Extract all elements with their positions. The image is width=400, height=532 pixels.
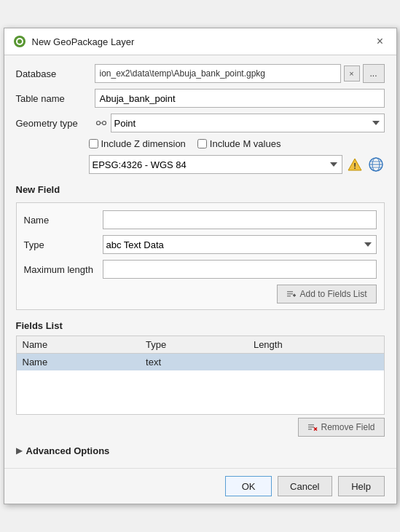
- database-input[interactable]: [95, 64, 341, 83]
- col-name-header: Name: [17, 336, 141, 354]
- dialog-title: New GeoPackage Layer: [32, 36, 135, 47]
- fields-list-section: Fields List Name Type Length Nametext: [16, 316, 385, 437]
- include-m-checkbox[interactable]: [197, 139, 207, 148]
- svg-rect-13: [287, 291, 293, 293]
- crs-globe-button[interactable]: [367, 156, 385, 173]
- database-row: Database × ...: [16, 64, 385, 83]
- warning-triangle-icon: !: [348, 157, 362, 172]
- svg-text:!: !: [353, 162, 356, 170]
- advanced-arrow-icon: ▶: [16, 446, 22, 456]
- advanced-options-row[interactable]: ▶ Advanced Options: [16, 442, 385, 459]
- cell-name: Name: [17, 354, 141, 371]
- title-bar-left: New GeoPackage Layer: [13, 35, 135, 48]
- close-button[interactable]: ×: [373, 34, 388, 49]
- cell-type: text: [140, 354, 248, 371]
- include-z-label: Include Z dimension: [101, 138, 186, 149]
- geometry-type-select-group: Point Multipoint Line Polygon No geometr…: [95, 114, 385, 132]
- app-icon: [13, 35, 26, 48]
- fields-table: Name Type Length Nametext: [17, 336, 384, 370]
- svg-rect-15: [287, 295, 291, 297]
- svg-rect-14: [287, 293, 293, 295]
- remove-field-button[interactable]: Remove Field: [298, 418, 384, 437]
- help-button[interactable]: Help: [338, 476, 385, 496]
- geometry-type-label: Geometry type: [16, 118, 89, 129]
- col-type-header: Type: [140, 336, 248, 354]
- col-length-header: Length: [248, 336, 384, 354]
- cancel-button[interactable]: Cancel: [278, 476, 332, 496]
- svg-point-4: [102, 122, 106, 125]
- database-browse-button[interactable]: ...: [363, 64, 385, 83]
- field-name-row: Name: [24, 210, 377, 229]
- include-m-label: Include M values: [210, 138, 281, 149]
- geometry-type-select[interactable]: Point Multipoint Line Polygon No geometr…: [111, 114, 385, 132]
- field-name-label: Name: [24, 215, 97, 226]
- include-z-checkbox[interactable]: [89, 139, 98, 148]
- database-clear-button[interactable]: ×: [344, 65, 360, 82]
- fields-list-section-header: Fields List: [16, 320, 385, 331]
- fields-table-header-row: Name Type Length: [17, 336, 384, 354]
- field-name-input[interactable]: [103, 210, 377, 229]
- geometry-point-icon: [95, 116, 108, 130]
- svg-point-3: [96, 122, 100, 125]
- new-field-section-header: New Field: [16, 184, 385, 195]
- database-field-group: × ...: [95, 64, 385, 83]
- fields-list-box: Name Type Length Nametext: [16, 336, 385, 415]
- field-type-select[interactable]: abc Text Data Integer Real Date DateTime…: [103, 235, 377, 254]
- field-type-label: Type: [24, 239, 97, 250]
- database-label: Database: [16, 68, 89, 79]
- add-to-fields-list-label: Add to Fields List: [299, 289, 366, 299]
- fields-empty-space: [17, 370, 384, 414]
- checkboxes-row: Include Z dimension Include M values: [16, 138, 385, 149]
- table-name-label: Table name: [16, 93, 89, 104]
- crs-warning-icon[interactable]: !: [347, 156, 363, 172]
- crs-row: EPSG:4326 - WGS 84 !: [16, 155, 385, 174]
- field-maxlength-label: Maximum length: [24, 264, 97, 275]
- field-type-row: Type abc Text Data Integer Real Date Dat…: [24, 235, 377, 254]
- remove-field-label: Remove Field: [321, 422, 374, 432]
- add-list-icon: [286, 289, 297, 299]
- dialog-body: Database × ... Table name Geometry type: [4, 55, 396, 468]
- globe-icon: [368, 156, 384, 172]
- svg-rect-18: [308, 424, 314, 426]
- include-z-checkbox-label[interactable]: Include Z dimension: [89, 138, 186, 149]
- field-maxlength-input[interactable]: [103, 260, 377, 279]
- add-to-fields-list-button[interactable]: Add to Fields List: [277, 285, 376, 303]
- table-name-input[interactable]: [95, 89, 385, 108]
- svg-rect-20: [308, 429, 312, 430]
- include-m-checkbox-label[interactable]: Include M values: [197, 138, 281, 149]
- svg-point-2: [17, 39, 22, 44]
- table-name-row: Table name: [16, 89, 385, 108]
- title-bar: New GeoPackage Layer ×: [4, 28, 396, 55]
- crs-select[interactable]: EPSG:4326 - WGS 84: [89, 155, 342, 174]
- new-field-box: Name Type abc Text Data Integer Real Dat…: [16, 202, 385, 310]
- advanced-options-label: Advanced Options: [26, 445, 110, 456]
- svg-rect-17: [294, 294, 296, 297]
- cell-length: [248, 354, 384, 371]
- remove-icon: [307, 422, 318, 432]
- dialog: New GeoPackage Layer × Database × ... Ta…: [4, 28, 397, 504]
- field-maxlength-row: Maximum length: [24, 260, 377, 279]
- dialog-footer: OK Cancel Help: [4, 468, 396, 504]
- svg-rect-19: [308, 426, 314, 428]
- geometry-type-row: Geometry type Point Multipoint Line Poly…: [16, 114, 385, 132]
- table-row[interactable]: Nametext: [17, 354, 384, 371]
- ok-button[interactable]: OK: [225, 476, 272, 496]
